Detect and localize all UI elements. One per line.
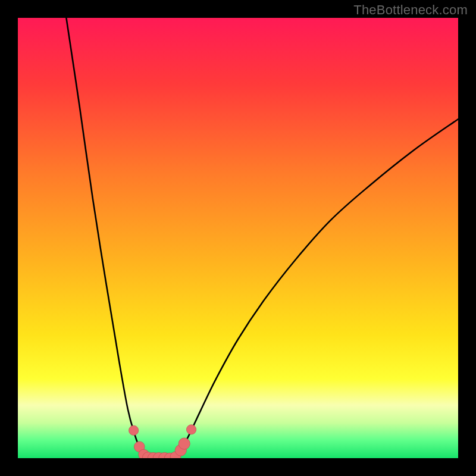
- gradient-background: [18, 18, 458, 458]
- data-marker: [186, 425, 196, 434]
- bottleneck-chart: [18, 18, 458, 458]
- plot-frame: [18, 18, 458, 458]
- watermark-text: TheBottleneck.com: [353, 2, 468, 18]
- data-marker: [129, 425, 138, 435]
- data-marker: [178, 438, 190, 449]
